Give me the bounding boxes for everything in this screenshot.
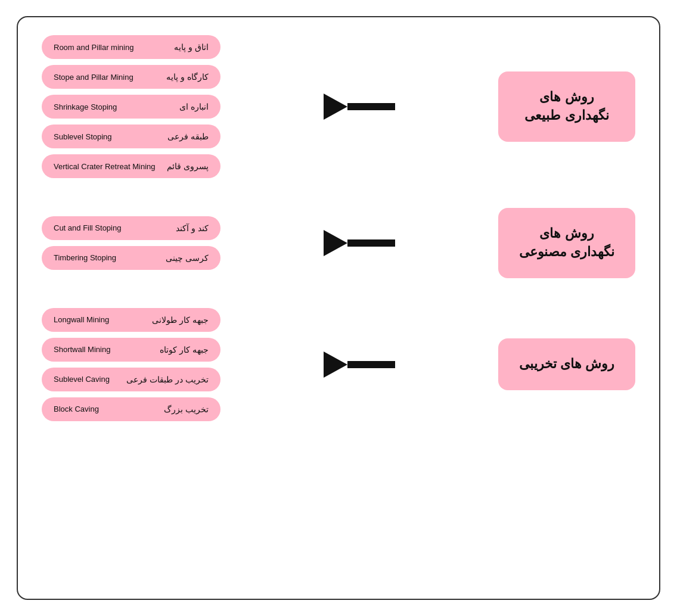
method-persian-label: جبهه کار کوتاه bbox=[160, 345, 209, 354]
method-english-label: Shrinkage Stoping bbox=[54, 102, 117, 111]
method-persian-label: کرسی چینی bbox=[166, 253, 209, 263]
method-item: تخریب بزرگBlock Caving bbox=[42, 397, 221, 421]
method-english-label: Shortwall Mining bbox=[54, 345, 110, 354]
main-container: اتاق و پایهRoom and Pillar miningکارگاه … bbox=[17, 16, 660, 600]
section-caving: جبهه کار طولانیLongwall Miningجبهه کار ک… bbox=[42, 308, 635, 421]
method-english-label: Sublevel Caving bbox=[54, 375, 110, 384]
method-persian-label: اتاق و پایه bbox=[174, 42, 209, 52]
natural-category-box: روش های نگهداری طبیعی bbox=[498, 71, 635, 142]
method-item: کرسی چینیTimbering Stoping bbox=[42, 246, 221, 270]
method-item: کارگاه و پایهStope and Pillar Mining bbox=[42, 65, 221, 89]
method-english-label: Timbering Stoping bbox=[54, 253, 116, 262]
artificial-methods: کند و آکندCut and Fill Stopingکرسی چینیT… bbox=[42, 216, 221, 270]
artificial-category-box: روش های نگهداری مصنوعی bbox=[498, 208, 635, 278]
method-item: جبهه کار کوتاهShortwall Mining bbox=[42, 338, 221, 362]
method-english-label: Room and Pillar mining bbox=[54, 43, 133, 52]
arrow-left-caving bbox=[324, 353, 395, 377]
method-english-label: Longwall Mining bbox=[54, 315, 109, 324]
caving-category-box: روش های تخریبی bbox=[498, 338, 635, 390]
arrow-connector-natural bbox=[221, 95, 498, 119]
arrow-left-natural bbox=[324, 95, 395, 119]
method-item: تخریب در طبقات فرعیSublevel Caving bbox=[42, 368, 221, 391]
method-persian-label: تخریب در طبقات فرعی bbox=[126, 375, 209, 384]
method-english-label: Vertical Crater Retreat Mining bbox=[54, 162, 156, 171]
method-persian-label: انباره ای bbox=[179, 102, 209, 111]
arrow-connector-caving bbox=[221, 353, 498, 377]
arrow-connector-artificial bbox=[221, 231, 498, 255]
method-english-label: Cut and Fill Stoping bbox=[54, 223, 121, 232]
method-persian-label: کند و آکند bbox=[176, 223, 209, 233]
method-persian-label: کارگاه و پایه bbox=[166, 72, 209, 82]
method-item: انباره ایShrinkage Stoping bbox=[42, 95, 221, 119]
section-natural: اتاق و پایهRoom and Pillar miningکارگاه … bbox=[42, 35, 635, 178]
caving-methods: جبهه کار طولانیLongwall Miningجبهه کار ک… bbox=[42, 308, 221, 421]
method-item: طبقه فرعیSublevel Stoping bbox=[42, 125, 221, 148]
arrow-left-artificial bbox=[324, 231, 395, 255]
method-persian-label: طبقه فرعی bbox=[167, 132, 209, 141]
method-persian-label: پسروی قائم bbox=[167, 161, 209, 171]
method-persian-label: جبهه کار طولانی bbox=[152, 315, 209, 325]
method-item: کند و آکندCut and Fill Stoping bbox=[42, 216, 221, 240]
method-english-label: Stope and Pillar Mining bbox=[54, 73, 133, 82]
method-english-label: Block Caving bbox=[54, 405, 99, 413]
method-english-label: Sublevel Stoping bbox=[54, 132, 112, 141]
natural-methods: اتاق و پایهRoom and Pillar miningکارگاه … bbox=[42, 35, 221, 178]
method-item: پسروی قائمVertical Crater Retreat Mining bbox=[42, 154, 221, 178]
method-persian-label: تخریب بزرگ bbox=[164, 405, 209, 414]
section-artificial: کند و آکندCut and Fill Stopingکرسی چینیT… bbox=[42, 208, 635, 278]
method-item: اتاق و پایهRoom and Pillar mining bbox=[42, 35, 221, 59]
method-item: جبهه کار طولانیLongwall Mining bbox=[42, 308, 221, 332]
